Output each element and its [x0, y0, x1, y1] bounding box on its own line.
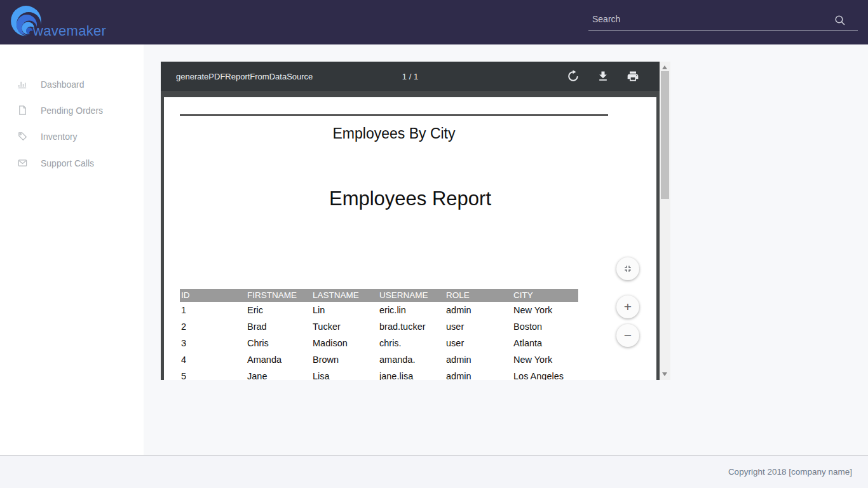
column-header: CITY — [512, 289, 578, 302]
pdf-viewer: 1 / 1 generatePDFReportFromDataSource — [161, 62, 670, 380]
column-header: FIRSTNAME — [246, 289, 311, 302]
table-cell: Boston — [512, 318, 578, 335]
table-cell: admin — [445, 368, 512, 380]
table-cell: Chris — [246, 335, 311, 351]
pdf-scrollbar[interactable] — [660, 62, 670, 380]
table-cell: Los Angeles — [512, 368, 578, 380]
rotate-button[interactable] — [567, 70, 580, 83]
table-cell: New York — [512, 351, 578, 368]
download-button[interactable] — [597, 70, 609, 83]
column-header: LASTNAME — [311, 289, 378, 302]
search-box — [588, 11, 858, 30]
table-cell: user — [445, 318, 512, 335]
zoom-out-button[interactable]: − — [616, 324, 639, 347]
table-cell: Brad — [246, 318, 311, 335]
print-icon — [627, 70, 639, 83]
table-cell: 5 — [180, 368, 246, 380]
search-input[interactable] — [588, 11, 858, 30]
table-cell: 3 — [180, 335, 246, 351]
column-header: ROLE — [445, 289, 512, 302]
print-button[interactable] — [627, 70, 639, 83]
sidebar-item-label: Support Calls — [41, 158, 94, 168]
column-header: USERNAME — [378, 289, 445, 302]
sidebar-item-inventory[interactable]: Inventory — [0, 123, 144, 149]
envelope-icon — [17, 158, 28, 168]
app-header: wavemaker — [0, 0, 868, 44]
table-cell: Atlanta — [512, 335, 578, 351]
search-icon[interactable] — [834, 14, 846, 27]
document-header-title: Employees By City — [180, 125, 608, 142]
tag-icon — [17, 131, 28, 142]
table-cell: user — [445, 335, 512, 351]
table-row: 3 Chris Madison chris. user Atlanta — [180, 335, 578, 351]
scroll-down-arrow-icon[interactable] — [662, 372, 667, 376]
pdf-toolbar: 1 / 1 generatePDFReportFromDataSource — [161, 62, 660, 91]
table-row: 4 Amanda Brown amanda. admin New York — [180, 351, 578, 368]
sidebar-item-dashboard[interactable]: Dashboard — [0, 71, 144, 97]
sidebar-item-label: Inventory — [41, 132, 78, 142]
pdf-page: Employees By City Employees Report ID FI… — [164, 97, 656, 380]
table-cell: admin — [445, 302, 512, 318]
table-cell: 2 — [180, 318, 246, 335]
table-cell: 1 — [180, 302, 246, 318]
brand-name: wavemaker — [33, 23, 106, 39]
scrollbar-thumb[interactable] — [661, 71, 669, 199]
table-row: 2 Brad Tucker brad.tucker user Boston — [180, 318, 578, 335]
table-cell: New York — [512, 302, 578, 318]
table-cell: Jane — [246, 368, 311, 380]
table-cell: eric.lin — [378, 302, 445, 318]
rotate-icon — [567, 70, 580, 83]
fit-to-page-button[interactable] — [616, 257, 639, 280]
table-cell: Lisa — [311, 368, 378, 380]
document-header-rule — [180, 114, 608, 116]
table-cell: Lin — [311, 302, 378, 318]
table-cell: Madison — [311, 335, 378, 351]
report-title: Employees Report — [164, 187, 656, 210]
fit-to-page-icon — [623, 264, 633, 274]
table-header-row: ID FIRSTNAME LASTNAME USERNAME ROLE CITY — [180, 289, 578, 302]
table-cell: chris. — [378, 335, 445, 351]
table-cell: Amanda — [246, 351, 311, 368]
table-row: 5 Jane Lisa jane.lisa admin Los Angeles — [180, 368, 578, 380]
table-cell: jane.lisa — [378, 368, 445, 380]
table-cell: brad.tucker — [378, 318, 445, 335]
pdf-body: Employees By City Employees Report ID FI… — [161, 91, 660, 380]
sidebar: Dashboard Pending Orders Inventory Suppo… — [0, 44, 144, 455]
app-footer: Copyright 2018 [company name] — [0, 455, 868, 488]
scroll-up-arrow-icon[interactable] — [662, 65, 667, 69]
table-cell: Tucker — [311, 318, 378, 335]
table-cell: amanda. — [378, 351, 445, 368]
pdf-document-title: generatePDFReportFromDataSource — [176, 72, 313, 81]
table-cell: admin — [445, 351, 512, 368]
pdf-toolbar-actions — [567, 70, 639, 83]
zoom-in-button[interactable]: + — [616, 295, 639, 318]
download-icon — [597, 70, 609, 83]
column-header: ID — [180, 289, 246, 302]
sidebar-item-label: Dashboard — [41, 79, 85, 90]
employees-table: ID FIRSTNAME LASTNAME USERNAME ROLE CITY… — [180, 289, 578, 380]
table-cell: Eric — [246, 302, 311, 318]
bar-chart-icon — [17, 79, 28, 90]
document-icon — [17, 105, 28, 116]
sidebar-item-label: Pending Orders — [41, 105, 103, 116]
table-cell: 4 — [180, 351, 246, 368]
table-row: 1 Eric Lin eric.lin admin New York — [180, 302, 578, 318]
table-cell: Brown — [311, 351, 378, 368]
sidebar-item-support-calls[interactable]: Support Calls — [0, 150, 144, 176]
copyright-text: Copyright 2018 [company name] — [728, 456, 852, 488]
sidebar-item-pending-orders[interactable]: Pending Orders — [0, 97, 144, 123]
